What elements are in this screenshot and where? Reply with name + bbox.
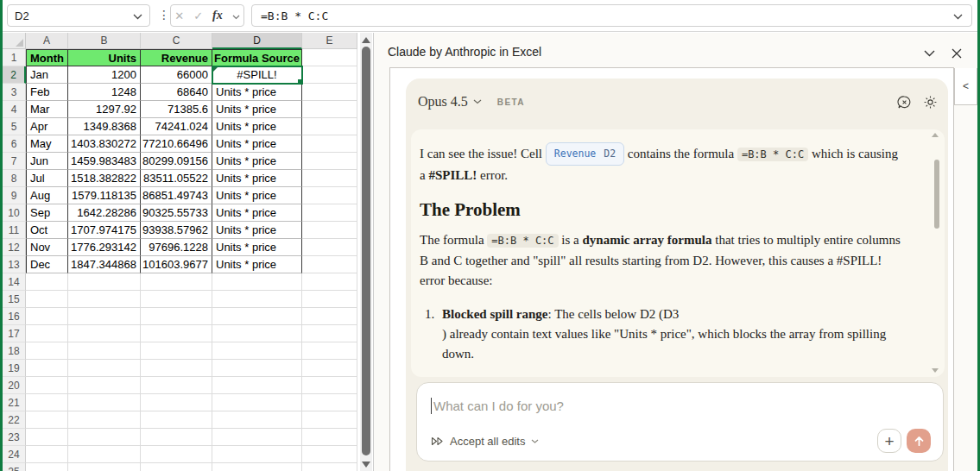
pane-close-icon[interactable] (949, 46, 964, 61)
name-box-chevron-icon[interactable] (133, 9, 142, 22)
cell-C8[interactable]: 83511.05522 (141, 170, 212, 187)
cell-D12[interactable]: Units * price (212, 239, 302, 256)
cell-C16[interactable] (141, 308, 212, 325)
cell-E22[interactable] (302, 411, 357, 429)
cell-E5[interactable] (302, 118, 357, 135)
cell-C19[interactable] (141, 360, 212, 377)
pane-resize-handle[interactable]: < (954, 68, 977, 105)
row-header-12[interactable]: 12 (3, 239, 26, 256)
cell-D19[interactable] (212, 360, 302, 377)
column-header-C[interactable]: C (141, 33, 212, 49)
cell-B12[interactable]: 1776.293142 (68, 239, 141, 256)
cell-C18[interactable] (141, 342, 212, 360)
cell-D17[interactable] (212, 325, 302, 342)
cell-C12[interactable]: 97696.1228 (141, 239, 212, 256)
cell-E9[interactable] (302, 187, 357, 204)
cell-C17[interactable] (141, 325, 212, 342)
cancel-entry-icon[interactable]: ✕ (174, 9, 184, 22)
cell-D4[interactable]: Units * price (212, 101, 302, 118)
cell-C10[interactable]: 90325.55733 (141, 204, 212, 222)
cell-A21[interactable] (26, 394, 68, 411)
cell-B6[interactable]: 1403.830272 (68, 135, 141, 153)
message-scrollbar-thumb[interactable] (934, 160, 939, 229)
cell-B4[interactable]: 1297.92 (68, 101, 141, 118)
accept-all-edits-dropdown[interactable]: Accept all edits (431, 435, 539, 448)
select-all-corner[interactable] (3, 33, 26, 49)
grid-scrollbar-thumb[interactable] (362, 47, 370, 455)
cell-D11[interactable]: Units * price (212, 222, 302, 239)
formula-bar-expand-icon[interactable] (953, 9, 963, 22)
cell-D24[interactable] (212, 446, 302, 463)
row-header-20[interactable]: 20 (3, 377, 26, 394)
cell-E7[interactable] (302, 153, 357, 170)
cell-D10[interactable]: Units * price (212, 204, 302, 222)
cell-E14[interactable] (302, 273, 357, 291)
row-header-22[interactable]: 22 (3, 411, 26, 429)
cell-D1[interactable]: Formula Source (212, 49, 302, 66)
cell-B11[interactable]: 1707.974175 (68, 222, 141, 239)
grid-vertical-scrollbar[interactable] (360, 33, 372, 471)
cell-A14[interactable] (26, 273, 68, 291)
cell-B22[interactable] (68, 411, 141, 429)
cell-A13[interactable]: Dec (26, 256, 68, 273)
row-header-3[interactable]: 3 (3, 84, 26, 101)
row-header-14[interactable]: 14 (3, 273, 26, 291)
cell-C15[interactable] (141, 291, 212, 308)
cell-B17[interactable] (68, 325, 141, 342)
pane-collapse-chevron-icon[interactable] (921, 46, 937, 61)
cell-D6[interactable]: Units * price (212, 135, 302, 153)
cell-C4[interactable]: 71385.6 (141, 101, 212, 118)
cell-A9[interactable]: Aug (26, 187, 68, 204)
cell-C2[interactable]: 66000 (141, 66, 212, 84)
column-header-D[interactable]: D (212, 33, 302, 49)
row-header-15[interactable]: 15 (3, 291, 26, 308)
cell-A3[interactable]: Feb (26, 84, 68, 101)
cell-B18[interactable] (68, 342, 141, 360)
cell-C11[interactable]: 93938.57962 (141, 222, 212, 239)
cell-C9[interactable]: 86851.49743 (141, 187, 212, 204)
cell-E4[interactable] (302, 101, 357, 118)
cell-B20[interactable] (68, 377, 141, 394)
cell-E16[interactable] (302, 308, 357, 325)
cell-D5[interactable]: Units * price (212, 118, 302, 135)
cell-D14[interactable] (212, 273, 302, 291)
row-header-21[interactable]: 21 (3, 394, 26, 411)
cell-A19[interactable] (26, 360, 68, 377)
cell-A24[interactable] (26, 446, 68, 463)
row-header-4[interactable]: 4 (3, 101, 26, 118)
cell-C23[interactable] (141, 429, 212, 446)
cell-A8[interactable]: Jul (26, 170, 68, 187)
cell-E2[interactable] (302, 66, 357, 84)
cell-D7[interactable]: Units * price (212, 153, 302, 170)
cell-A12[interactable]: Nov (26, 239, 68, 256)
cell-D9[interactable]: Units * price (212, 187, 302, 204)
cell-C3[interactable]: 68640 (141, 84, 212, 101)
cell-D8[interactable]: Units * price (212, 170, 302, 187)
row-header-16[interactable]: 16 (3, 308, 26, 325)
cell-C5[interactable]: 74241.024 (141, 118, 212, 135)
cell-E6[interactable] (302, 135, 357, 153)
cell-E21[interactable] (302, 394, 357, 411)
cell-D22[interactable] (212, 411, 302, 429)
cell-C20[interactable] (141, 377, 212, 394)
cell-B5[interactable]: 1349.8368 (68, 118, 141, 135)
column-header-B[interactable]: B (68, 33, 141, 49)
cell-A10[interactable]: Sep (26, 204, 68, 222)
cell-B8[interactable]: 1518.382822 (68, 170, 141, 187)
row-header-18[interactable]: 18 (3, 342, 26, 360)
row-header-10[interactable]: 10 (3, 204, 26, 222)
cell-B1[interactable]: Units (68, 49, 141, 66)
cell-E10[interactable] (302, 204, 357, 222)
row-header-7[interactable]: 7 (3, 153, 26, 170)
cell-E25[interactable] (302, 463, 357, 471)
cell-E13[interactable] (302, 256, 357, 273)
cell-reference-chip[interactable]: RevenueD2 (546, 142, 624, 166)
cell-D20[interactable] (212, 377, 302, 394)
cell-A5[interactable]: Apr (26, 118, 68, 135)
cell-D23[interactable] (212, 429, 302, 446)
scroll-down-arrow-icon[interactable] (362, 462, 370, 468)
row-header-13[interactable]: 13 (3, 256, 26, 273)
row-header-9[interactable]: 9 (3, 187, 26, 204)
cell-B25[interactable] (68, 463, 141, 471)
cell-B23[interactable] (68, 429, 141, 446)
